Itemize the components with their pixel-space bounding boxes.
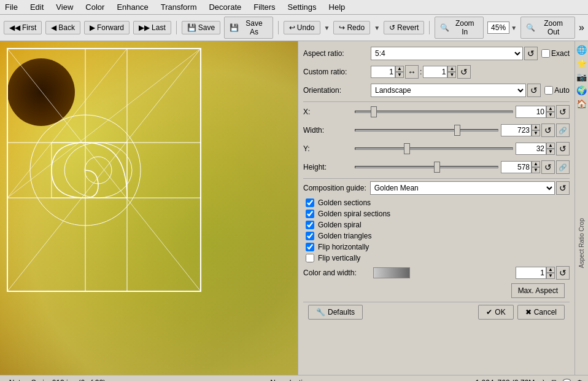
- composition-guide-label: Composition guide:: [303, 184, 366, 192]
- height-slider[interactable]: [355, 166, 498, 168]
- height-reset-btn[interactable]: ↺: [541, 160, 555, 174]
- height-input[interactable]: [501, 161, 532, 173]
- toolbar-separator-2: [278, 21, 279, 34]
- menu-filters[interactable]: Filters: [251, 1, 277, 13]
- width-reset-btn[interactable]: ↺: [541, 124, 555, 137]
- defaults-button[interactable]: 🔧 Defaults: [308, 305, 363, 320]
- custom-ratio-val1[interactable]: [371, 66, 395, 78]
- checkbox-label-1: Golden spiral sections: [318, 210, 390, 218]
- zoom-dropdown-arrow[interactable]: ▼: [511, 25, 517, 31]
- redo-arrow[interactable]: ▼: [374, 25, 380, 31]
- save-button[interactable]: 💾 Save: [182, 21, 220, 34]
- sidebar-icon-3[interactable]: 📷: [576, 71, 588, 83]
- menu-enhance[interactable]: Enhance: [114, 1, 150, 13]
- max-aspect-button[interactable]: Max. Aspect: [511, 283, 565, 298]
- back-button[interactable]: ◀ Back: [45, 21, 80, 34]
- composition-guide-reset-btn[interactable]: ↺: [556, 181, 570, 195]
- zoom-in-button[interactable]: 🔍 Zoom In: [435, 17, 484, 39]
- sidebar-icon-2[interactable]: ⭐: [576, 57, 588, 69]
- ok-button[interactable]: ✔ OK: [478, 305, 513, 320]
- undo-arrow[interactable]: ▼: [324, 25, 330, 31]
- more-button[interactable]: »: [579, 22, 584, 33]
- color-width-spin[interactable]: ▲▼: [546, 267, 555, 279]
- color-width-reset-btn[interactable]: ↺: [556, 266, 570, 280]
- save-as-button[interactable]: 💾 Save As: [224, 17, 273, 39]
- color-width-input[interactable]: [516, 267, 546, 279]
- y-slider[interactable]: [355, 147, 513, 150]
- checkbox-4[interactable]: [306, 243, 314, 251]
- custom-ratio-row: Custom ratio: ▲▼ ↔ : ▲▼ ↺: [303, 65, 570, 79]
- revert-button[interactable]: ↺ Revert: [384, 21, 424, 34]
- menu-settings[interactable]: Settings: [285, 1, 319, 13]
- status-icon-1: 🖥: [550, 379, 557, 381]
- redo-button[interactable]: ↪ Redo: [333, 21, 370, 34]
- status-right: 1 024x768 (0.79Mpx) 🖥 💬 ⚙: [476, 379, 583, 381]
- sidebar-icon-5[interactable]: 🏠: [576, 98, 588, 110]
- custom-ratio-val1-spin[interactable]: ▲▼: [395, 66, 404, 78]
- checkbox-label-3: Golden triangles: [318, 232, 371, 240]
- width-value-group: ▲▼: [501, 124, 540, 136]
- exact-checkbox[interactable]: [541, 49, 550, 58]
- color-swatch[interactable]: [373, 267, 410, 278]
- x-slider[interactable]: [355, 111, 513, 113]
- menu-file[interactable]: File: [2, 1, 20, 13]
- menu-color[interactable]: Color: [83, 1, 107, 13]
- x-spin[interactable]: ▲▼: [546, 106, 555, 118]
- aspect-ratio-reset-btn[interactable]: ↺: [524, 47, 538, 60]
- width-slider[interactable]: [355, 129, 498, 132]
- checkbox-0[interactable]: [306, 198, 314, 207]
- cancel-button[interactable]: ✖ Cancel: [517, 305, 565, 320]
- action-buttons: 🔧 Defaults ✔ OK ✖ Cancel: [303, 302, 570, 323]
- custom-ratio-val2[interactable]: [423, 66, 447, 78]
- first-button[interactable]: ◀◀ First: [4, 21, 42, 34]
- y-spin[interactable]: ▲▼: [546, 143, 555, 155]
- forward-button[interactable]: ▶ Forward: [84, 21, 130, 34]
- zoom-input[interactable]: [487, 22, 509, 34]
- menu-edit[interactable]: Edit: [28, 1, 46, 13]
- x-reset-btn[interactable]: ↺: [556, 105, 570, 119]
- undo-button[interactable]: ↩ Undo: [284, 21, 320, 34]
- checkbox-5[interactable]: [306, 254, 314, 262]
- y-value-group: ▲▼: [516, 143, 555, 155]
- x-input[interactable]: [516, 106, 546, 118]
- width-input[interactable]: [501, 124, 532, 136]
- custom-ratio-swap-btn[interactable]: ↔: [405, 65, 419, 79]
- height-link-btn[interactable]: 🔗: [556, 160, 570, 174]
- auto-checkbox[interactable]: [544, 86, 553, 95]
- orientation-select[interactable]: Landscape: [371, 84, 526, 97]
- status-dimensions: 1 024x768 (0.79Mpx): [476, 379, 545, 381]
- checkbox-1[interactable]: [306, 210, 314, 218]
- checkbox-2[interactable]: [306, 221, 314, 229]
- sidebar-icon-1[interactable]: 🌐: [576, 44, 588, 56]
- custom-ratio-val2-spin[interactable]: ▲▼: [447, 66, 456, 78]
- menu-transform[interactable]: Transform: [158, 1, 199, 13]
- y-reset-btn[interactable]: ↺: [556, 142, 570, 155]
- orientation-reset-btn[interactable]: ↺: [527, 84, 541, 97]
- width-spin[interactable]: ▲▼: [532, 124, 540, 136]
- composition-guide-select[interactable]: Golden Mean: [370, 181, 555, 195]
- status-icon-2: 💬: [562, 379, 571, 381]
- status-selection: No selection: [270, 379, 311, 381]
- checkbox-3[interactable]: [306, 232, 314, 240]
- width-link-btn[interactable]: 🔗: [556, 124, 570, 137]
- menu-decorate[interactable]: Decorate: [206, 1, 244, 13]
- checkbox-label-0: Golden sections: [318, 198, 371, 207]
- composition-guide-row: Composition guide: Golden Mean ↺: [303, 181, 570, 195]
- zoom-out-button[interactable]: 🔍 Zoom Out: [520, 17, 575, 39]
- ok-label: OK: [495, 308, 505, 316]
- divider-2: [303, 178, 570, 179]
- last-button[interactable]: ▶▶ Last: [133, 21, 171, 34]
- custom-ratio-reset2-btn[interactable]: ↺: [457, 65, 471, 79]
- checkbox-row-5: Flip vertically: [303, 254, 570, 262]
- aspect-ratio-select[interactable]: 5:4: [371, 47, 523, 60]
- sidebar-icon-4[interactable]: 🌍: [576, 84, 588, 96]
- menubar: File Edit View Color Enhance Transform D…: [0, 0, 588, 15]
- exact-label: Exact: [551, 49, 570, 58]
- menu-help[interactable]: Help: [327, 1, 348, 13]
- y-input[interactable]: [516, 143, 546, 155]
- checkbox-row-2: Golden spiral: [303, 221, 570, 229]
- height-spin[interactable]: ▲▼: [532, 161, 540, 173]
- menu-view[interactable]: View: [53, 1, 75, 13]
- auto-label: Auto: [554, 86, 570, 95]
- color-width-row: Color and width: ▲▼ ↺: [303, 266, 570, 280]
